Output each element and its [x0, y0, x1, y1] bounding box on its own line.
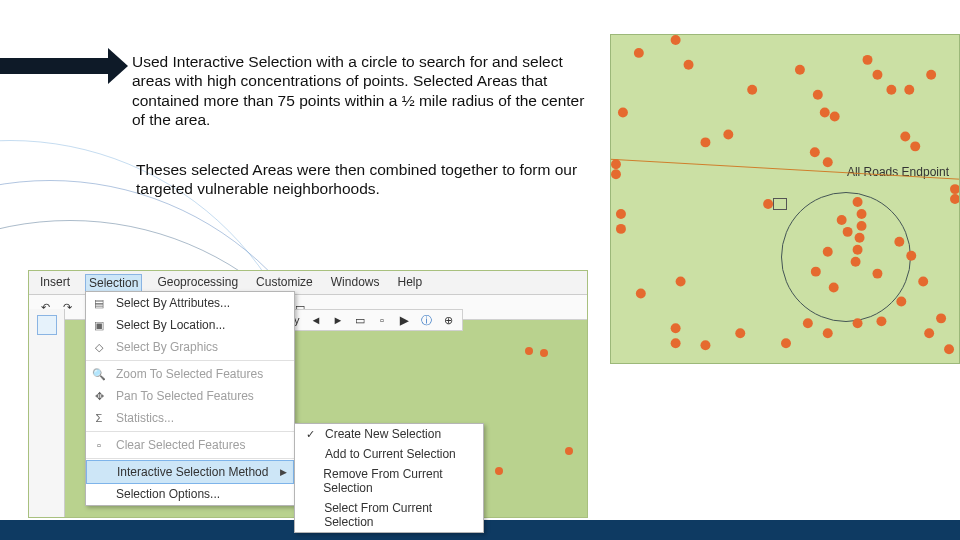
svg-point-41: [857, 221, 867, 231]
svg-point-17: [671, 338, 681, 348]
svg-point-43: [853, 245, 863, 255]
svg-point-26: [820, 108, 830, 118]
interactive-selection-submenu: ✓ Create New Selection Add to Current Se…: [294, 423, 484, 533]
menu-item-pan-to-selected: ✥ Pan To Selected Features: [86, 385, 294, 407]
submenu-item-label: Remove From Current Selection: [323, 467, 475, 495]
svg-point-46: [837, 215, 847, 225]
svg-point-5: [565, 447, 573, 455]
menu-item-clear-selected: ▫ Clear Selected Features: [86, 434, 294, 456]
svg-point-38: [950, 194, 959, 204]
svg-point-55: [876, 316, 886, 326]
svg-point-24: [795, 65, 805, 75]
svg-point-44: [851, 257, 861, 267]
title-arrow-deco: [108, 48, 128, 84]
svg-point-35: [900, 131, 910, 141]
menu-item-label: Interactive Selection Method: [117, 465, 268, 479]
menu-item-label: Select By Attributes...: [116, 296, 230, 310]
svg-point-4: [495, 467, 503, 475]
arcmap-screenshot: Insert Selection Geoprocessing Customize…: [28, 270, 588, 518]
location-icon: ▣: [90, 317, 108, 333]
submenu-remove-from-current[interactable]: Remove From Current Selection: [295, 464, 483, 498]
svg-point-20: [700, 137, 710, 147]
zoom-selected-icon: 🔍: [90, 366, 108, 382]
svg-point-8: [684, 60, 694, 70]
svg-point-23: [763, 199, 773, 209]
submenu-item-label: Create New Selection: [325, 427, 441, 441]
menu-item-interactive-selection-method[interactable]: Interactive Selection Method ▶: [86, 460, 294, 484]
menu-item-select-by-attributes[interactable]: ▤ Select By Attributes...: [86, 292, 294, 314]
svg-point-62: [944, 344, 954, 354]
svg-point-25: [813, 90, 823, 100]
sigma-icon: Σ: [90, 410, 108, 426]
submenu-item-label: Add to Current Selection: [325, 447, 456, 461]
svg-point-54: [896, 296, 906, 306]
svg-point-7: [671, 35, 681, 45]
svg-point-11: [611, 169, 621, 179]
menu-item-label: Pan To Selected Features: [116, 389, 254, 403]
svg-point-16: [671, 323, 681, 333]
svg-point-49: [829, 283, 839, 293]
svg-point-30: [863, 55, 873, 65]
menu-item-label: Selection Options...: [116, 487, 220, 501]
check-icon: ✓: [303, 428, 317, 441]
svg-point-59: [781, 338, 791, 348]
svg-point-29: [823, 157, 833, 167]
paragraph-2: Theses selected Areas were then combined…: [136, 160, 586, 199]
submenu-add-to-current[interactable]: Add to Current Selection: [295, 444, 483, 464]
clear-icon: ▫: [90, 437, 108, 453]
menu-item-label: Select By Location...: [116, 318, 225, 332]
menu-separator: [86, 431, 294, 432]
svg-point-57: [823, 328, 833, 338]
svg-point-42: [855, 233, 865, 243]
svg-point-37: [950, 184, 959, 194]
menu-item-select-by-graphics: ◇ Select By Graphics: [86, 336, 294, 358]
svg-point-34: [926, 70, 936, 80]
svg-point-27: [830, 112, 840, 122]
submenu-item-label: Select From Current Selection: [324, 501, 475, 529]
title-bar-deco: [0, 58, 110, 74]
menu-item-selection-options[interactable]: Selection Options...: [86, 483, 294, 505]
blank-icon: [90, 486, 108, 502]
svg-point-12: [616, 209, 626, 219]
svg-point-40: [857, 209, 867, 219]
map-points: [611, 35, 959, 363]
selection-menu-dropdown: ▤ Select By Attributes... ▣ Select By Lo…: [85, 291, 295, 506]
map-preview-panel: All Roads Endpoint: [610, 34, 960, 364]
svg-point-58: [803, 318, 813, 328]
svg-point-10: [611, 159, 621, 169]
svg-point-52: [906, 251, 916, 261]
menu-item-select-by-location[interactable]: ▣ Select By Location...: [86, 314, 294, 336]
svg-point-39: [853, 197, 863, 207]
submenu-arrow-icon: ▶: [280, 467, 287, 477]
menu-item-label: Select By Graphics: [116, 340, 218, 354]
svg-point-60: [924, 328, 934, 338]
menu-separator: [86, 360, 294, 361]
menu-item-statistics: Σ Statistics...: [86, 407, 294, 429]
svg-point-6: [634, 48, 644, 58]
svg-point-14: [636, 289, 646, 299]
submenu-select-from-current[interactable]: Select From Current Selection: [295, 498, 483, 532]
submenu-create-new-selection[interactable]: ✓ Create New Selection: [295, 424, 483, 444]
svg-point-51: [894, 237, 904, 247]
paragraph-1: Used Interactive Selection with a circle…: [132, 52, 587, 130]
svg-point-3: [540, 349, 548, 357]
menu-item-label: Clear Selected Features: [116, 438, 245, 452]
menu-separator: [86, 458, 294, 459]
pan-icon: ✥: [90, 388, 108, 404]
svg-point-48: [811, 267, 821, 277]
svg-point-28: [810, 147, 820, 157]
svg-point-18: [700, 340, 710, 350]
graphics-icon: ◇: [90, 339, 108, 355]
svg-point-15: [676, 277, 686, 287]
svg-point-22: [723, 129, 733, 139]
svg-point-53: [918, 277, 928, 287]
svg-point-33: [904, 85, 914, 95]
svg-point-61: [936, 313, 946, 323]
menu-item-zoom-to-selected: 🔍 Zoom To Selected Features: [86, 363, 294, 385]
menu-item-label: Statistics...: [116, 411, 174, 425]
svg-point-50: [872, 269, 882, 279]
svg-point-21: [747, 85, 757, 95]
svg-point-45: [843, 227, 853, 237]
table-icon: ▤: [90, 295, 108, 311]
svg-point-36: [910, 141, 920, 151]
